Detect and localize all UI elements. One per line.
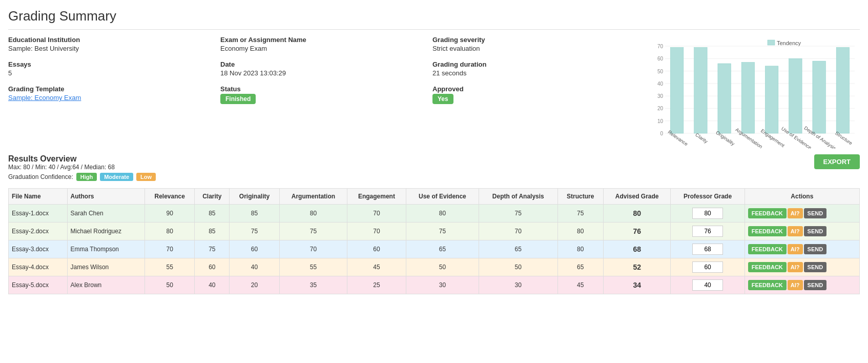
svg-text:50: 50 [657,69,664,74]
cell-clarity: 75 [195,240,230,258]
cell-depth: 65 [479,240,557,258]
confidence-low: Low [136,173,156,181]
template-link[interactable]: Sample: Economy Exam [8,94,81,102]
svg-rect-30 [813,61,825,133]
cell-filename: Essay-1.docx [9,205,68,223]
send-button[interactable]: SEND [804,262,827,272]
cell-advised-grade: 80 [603,205,671,223]
institution-label: Educational Institution [8,36,220,44]
table-row: Essay-1.docxSarah Chen908585807080757580… [9,205,860,223]
cell-filename: Essay-2.docx [9,223,68,240]
exam-value: Economy Exam [220,45,432,52]
cell-actions[interactable]: FEEDBACKAI?SEND [745,276,859,294]
cell-professor-grade[interactable] [671,205,745,223]
cell-engagement: 45 [347,258,406,276]
svg-rect-26 [765,66,778,133]
svg-text:Tendency: Tendency [777,40,801,46]
cell-argumentation: 55 [279,258,347,276]
cell-actions[interactable]: FEEDBACKAI?SEND [745,205,859,223]
cell-clarity: 40 [195,276,230,294]
table-row: Essay-3.docxEmma Thompson707560706065658… [9,240,860,258]
col-depth: Depth of Analysis [479,189,557,205]
svg-text:70: 70 [657,44,664,49]
institution-value: Sample: Best University [8,45,220,52]
svg-text:10: 10 [657,118,664,124]
col-actions: Actions [745,189,859,205]
svg-text:Clarity: Clarity [694,132,709,145]
essays-label: Essays [8,60,220,68]
bar-chart: Tendency 010203040506070RelevanceClarity… [645,36,860,149]
col-engagement: Engagement [347,189,406,205]
cell-depth: 50 [479,258,557,276]
ai-button[interactable]: AI? [788,280,803,290]
feedback-button[interactable]: FEEDBACK [748,226,787,236]
send-button[interactable]: SEND [804,244,827,254]
cell-actions[interactable]: FEEDBACKAI?SEND [745,240,859,258]
svg-text:30: 30 [657,93,664,99]
cell-engagement: 60 [347,240,406,258]
professor-grade-input[interactable] [692,226,723,237]
cell-professor-grade[interactable] [671,223,745,240]
feedback-button[interactable]: FEEDBACK [748,262,787,272]
cell-argumentation: 35 [279,276,347,294]
send-button[interactable]: SEND [804,208,827,218]
cell-professor-grade[interactable] [671,276,745,294]
cell-author: Emma Thompson [67,240,144,258]
duration-label: Grading duration [432,60,645,68]
cell-advised-grade: 68 [603,240,671,258]
professor-grade-input[interactable] [692,244,723,255]
col-relevance: Relevance [144,189,194,205]
cell-depth: 70 [479,223,557,240]
professor-grade-input[interactable] [692,279,723,291]
status-badge: Finished [220,94,256,104]
ai-button[interactable]: AI? [788,208,803,218]
feedback-button[interactable]: FEEDBACK [748,280,787,290]
cell-clarity: 60 [195,258,230,276]
export-button[interactable]: EXPORT [814,154,860,169]
cell-author: James Wilson [67,258,144,276]
severity-value: Strict evaluation [432,45,645,52]
cell-depth: 30 [479,276,557,294]
cell-engagement: 70 [347,205,406,223]
send-button[interactable]: SEND [804,226,827,236]
cell-argumentation: 70 [279,240,347,258]
cell-argumentation: 75 [279,223,347,240]
col-authors: Authors [67,189,144,205]
cell-structure: 75 [557,205,603,223]
cell-professor-grade[interactable] [671,240,745,258]
approved-label: Approved [432,85,645,93]
cell-professor-grade[interactable] [671,258,745,276]
cell-depth: 75 [479,205,557,223]
exam-label: Exam or Assignment Name [220,36,432,44]
cell-advised-grade: 76 [603,223,671,240]
ai-button[interactable]: AI? [788,262,803,272]
svg-rect-22 [718,64,731,133]
cell-relevance: 80 [144,223,194,240]
essays-value: 5 [8,69,220,77]
cell-author: Michael Rodriguez [67,223,144,240]
results-table: File Name Authors Relevance Clarity Orig… [8,188,860,294]
cell-relevance: 70 [144,240,194,258]
feedback-button[interactable]: FEEDBACK [748,244,787,254]
ai-button[interactable]: AI? [788,226,803,236]
cell-actions[interactable]: FEEDBACKAI?SEND [745,223,859,240]
col-use-of-evidence: Use of Evidence [406,189,479,205]
cell-relevance: 90 [144,205,194,223]
page-title: Grading Summary [8,8,860,30]
chart-container: Tendency 010203040506070RelevanceClarity… [645,36,860,150]
feedback-button[interactable]: FEEDBACK [748,208,787,218]
cell-use-of-evidence: 75 [406,223,479,240]
status-label: Status [220,85,432,93]
svg-rect-0 [768,40,775,45]
cell-use-of-evidence: 80 [406,205,479,223]
cell-actions[interactable]: FEEDBACKAI?SEND [745,258,859,276]
svg-rect-32 [836,47,849,133]
severity-label: Grading severity [432,36,645,44]
send-button[interactable]: SEND [804,280,827,290]
professor-grade-input[interactable] [692,208,723,219]
professor-grade-input[interactable] [692,261,723,273]
results-title: Results Overview [8,154,156,164]
cell-use-of-evidence: 65 [406,240,479,258]
ai-button[interactable]: AI? [788,244,803,254]
cell-structure: 65 [557,258,603,276]
